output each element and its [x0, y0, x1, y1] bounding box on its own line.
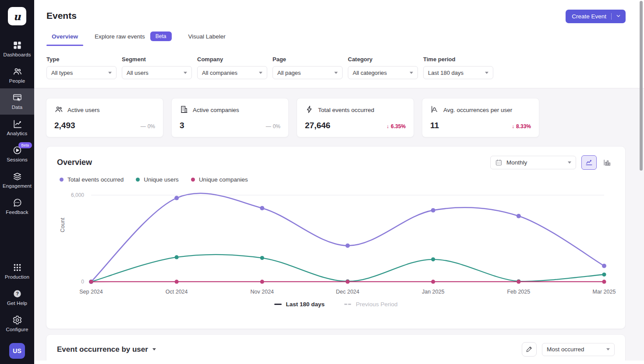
user-avatar[interactable]: US [9, 343, 25, 359]
legend-item-total-events[interactable]: Total events occurred [60, 176, 124, 183]
svg-text:Dec 2024: Dec 2024 [336, 289, 360, 295]
svg-text:Sep 2024: Sep 2024 [79, 289, 103, 295]
filter-label: Category [348, 56, 418, 63]
stats-row: Active users 2,493 — 0% Active companies [46, 98, 626, 137]
card-title: Event occurrence by user [57, 345, 148, 354]
period-legend: Last 180 days Previous Period [57, 301, 615, 308]
category-select[interactable]: All categories [348, 66, 418, 79]
filter-category: Category All categories [348, 56, 418, 79]
beta-badge: Beta [150, 32, 172, 41]
filter-label: Company [197, 56, 267, 63]
tab-visual-labeler[interactable]: Visual Labeler [183, 33, 231, 46]
chevron-down-icon [606, 348, 610, 350]
type-select[interactable]: All types [46, 66, 117, 79]
card-title-dropdown[interactable]: Event occurrence by user [57, 345, 156, 354]
stat-delta-value: 0% [148, 123, 155, 130]
select-value: All categories [353, 70, 387, 76]
button-divider [611, 13, 612, 20]
edit-button[interactable] [522, 342, 537, 357]
filter-bar: Type All types Segment All users Company… [34, 56, 644, 79]
engagement-icon [12, 172, 22, 182]
sidebar-item-get-help[interactable]: ? Get Help [0, 284, 34, 311]
tab-label: Explore raw events [95, 33, 145, 40]
segment-select[interactable]: All users [122, 66, 192, 79]
sidebar-item-label: Production [5, 274, 29, 280]
filter-segment: Segment All users [122, 56, 192, 79]
create-event-label: Create Event [572, 13, 606, 20]
content-area: Active users 2,493 — 0% Active companies [34, 88, 644, 360]
stat-card-total-events: Total events occurred 27,646 ↓ 6.35% [297, 98, 414, 137]
flat-dash-icon: — [141, 123, 146, 130]
chevron-down-icon [410, 72, 413, 74]
sidebar-item-label: Engagement [3, 183, 32, 189]
bolt-icon [305, 105, 314, 115]
legend-item-unique-users[interactable]: Unique users [136, 176, 179, 183]
sidebar-item-label: Feedback [6, 210, 28, 215]
sidebar-item-dashboards[interactable]: Dashboards [0, 36, 34, 62]
vertical-scrollbar[interactable] [640, 1, 643, 171]
sidebar-item-configure[interactable]: Configure [0, 311, 34, 337]
sidebar-item-feedback[interactable]: Feedback [0, 193, 34, 220]
select-value: Most occurred [547, 346, 584, 353]
sidebar-item-production[interactable]: Production [0, 258, 34, 284]
legend-item-current-period[interactable]: Last 180 days [274, 301, 325, 308]
filter-company: Company All companies [197, 56, 267, 79]
stat-card-avg-occurrences: Avg. occurrences per user 11 ↓ 8.33% [422, 98, 539, 137]
stat-card-active-companies: Active companies 3 — 0% [171, 98, 289, 137]
pencil-icon [526, 345, 533, 354]
legend-label: Unique users [144, 176, 179, 183]
arrow-down-icon: ↓ [512, 123, 514, 130]
stat-value: 11 [430, 121, 439, 130]
bar-chart-toggle-button[interactable] [599, 155, 615, 170]
company-select[interactable]: All companies [197, 66, 267, 79]
userpilot-logo[interactable]: u [8, 7, 26, 25]
dashboards-icon [12, 40, 22, 50]
sidebar-item-label: Dashboards [3, 52, 31, 57]
sidebar-item-label: Analytics [7, 131, 28, 136]
legend-item-previous-period[interactable]: Previous Period [344, 301, 397, 308]
granularity-select[interactable]: Monthly [490, 156, 576, 169]
data-icon [12, 93, 22, 103]
line-chart: Count 06,000Sep 2024Oct 2024Nov 2024Dec … [57, 186, 615, 297]
sidebar-item-people[interactable]: People [0, 62, 34, 88]
stat-value: 2,493 [54, 121, 75, 130]
chart-canvas: 06,000Sep 2024Oct 2024Nov 2024Dec 2024Ja… [57, 186, 616, 297]
stat-delta: — 0% [141, 123, 155, 130]
sidebar-item-analytics[interactable]: Analytics [0, 115, 34, 141]
select-value: Last 180 days [428, 70, 464, 76]
stat-value: 27,646 [305, 121, 330, 130]
people-icon [12, 66, 22, 77]
legend-label: Last 180 days [286, 301, 325, 308]
svg-text:?: ? [16, 291, 19, 296]
stat-delta-value: 0% [273, 123, 280, 130]
sidebar-item-data[interactable]: Data [0, 88, 34, 115]
chevron-down-icon [334, 72, 338, 74]
stat-label: Active companies [193, 107, 239, 113]
tab-explore-raw-events[interactable]: Explore raw events Beta [89, 32, 177, 47]
stat-label: Active users [67, 107, 100, 113]
legend-dot [136, 178, 140, 182]
event-occurrence-card: Event occurrence by user Most occurred [46, 334, 626, 360]
time-period-select[interactable]: Last 180 days [423, 66, 493, 79]
distribution-curve-icon [430, 105, 439, 115]
svg-text:Mar 2025: Mar 2025 [593, 289, 616, 295]
chevron-down-icon[interactable] [616, 13, 621, 20]
gear-icon [12, 315, 22, 325]
page-select[interactable]: All pages [272, 66, 343, 79]
sidebar-item-engagement[interactable]: Engagement [0, 167, 34, 193]
logo-letter: u [14, 11, 21, 21]
tab-label: Overview [52, 33, 78, 40]
sidebar-item-label: Sessions [7, 157, 27, 162]
tab-overview[interactable]: Overview [46, 33, 83, 46]
sidebar-item-label: Configure [6, 327, 28, 332]
create-event-button[interactable]: Create Event [566, 10, 626, 23]
line-chart-toggle-button[interactable] [581, 155, 597, 170]
legend-item-unique-companies[interactable]: Unique companies [191, 176, 248, 183]
sidebar-item-sessions[interactable]: Beta Sessions [0, 141, 34, 167]
legend-label: Unique companies [199, 176, 248, 183]
svg-text:0: 0 [81, 279, 84, 285]
chart-type-toggle [581, 155, 615, 170]
sort-select[interactable]: Most occurred [542, 343, 615, 356]
legend-label: Total events occurred [67, 176, 124, 183]
help-icon: ? [12, 289, 22, 299]
